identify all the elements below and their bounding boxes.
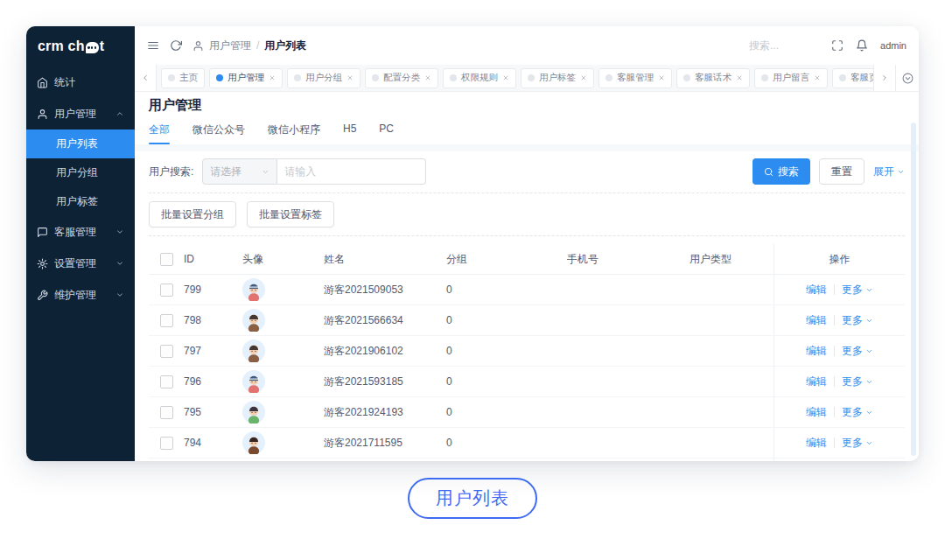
filter-tab[interactable]: PC xyxy=(379,122,394,144)
filter-tab[interactable]: H5 xyxy=(343,122,356,144)
cell-name: 游客2021711595 xyxy=(324,436,446,451)
global-search-input[interactable] xyxy=(747,38,819,52)
row-checkbox[interactable] xyxy=(160,345,173,358)
sidebar-subitem[interactable]: 用户标签 xyxy=(26,187,135,216)
user-icon xyxy=(37,108,48,120)
batch-button[interactable]: 批量设置标签 xyxy=(247,201,334,228)
tab-close-icon[interactable] xyxy=(502,74,509,81)
tab-status-dot xyxy=(450,74,457,81)
search-actions: 搜索 重置 展开 xyxy=(752,158,905,185)
topbar-right: admin xyxy=(747,38,906,52)
sidebar-item[interactable]: 客服管理 xyxy=(26,216,135,248)
sidebar-item-label: 客服管理 xyxy=(54,225,96,240)
sidebar-subitem[interactable]: 用户分组 xyxy=(26,158,135,187)
nav-tab[interactable]: 主页 xyxy=(161,68,205,88)
chevron-down-icon xyxy=(865,409,873,416)
tab-close-icon[interactable] xyxy=(580,74,587,81)
more-link[interactable]: 更多 xyxy=(842,313,873,328)
cell-name: 游客2021566634 xyxy=(324,313,446,328)
cell-group: 0 xyxy=(446,406,567,418)
search-type-select[interactable]: 请选择 xyxy=(202,158,277,185)
filter-tab[interactable]: 全部 xyxy=(149,122,170,144)
tab-close-icon[interactable] xyxy=(346,74,354,81)
row-checkbox[interactable] xyxy=(160,314,173,327)
tab-label: 权限规则 xyxy=(461,72,498,84)
nav-tab[interactable]: 客服话术 xyxy=(676,68,750,88)
notifications-bell-icon[interactable] xyxy=(856,39,868,52)
hamburger-icon[interactable] xyxy=(147,39,159,52)
chevron-down-icon xyxy=(865,317,873,325)
sidebar-item[interactable]: 用户管理 xyxy=(26,98,135,130)
logo-bubble-icon xyxy=(86,42,99,53)
tabs-options-button[interactable] xyxy=(895,65,919,91)
cell-id: 799 xyxy=(184,284,232,296)
nav-tab[interactable]: 用户留言 xyxy=(754,68,828,88)
table-row: 798游客20215666340编辑更多 xyxy=(149,305,905,336)
sidebar-item-label: 用户管理 xyxy=(54,107,96,122)
nav-tab[interactable]: 权限规则 xyxy=(443,68,516,88)
row-checkbox[interactable] xyxy=(160,406,173,419)
search-keyword-input[interactable] xyxy=(277,158,426,185)
more-link[interactable]: 更多 xyxy=(842,374,873,389)
page-background: crm cht 统计用户管理用户列表用户分组用户标签客服管理设置管理维护管理 用… xyxy=(0,0,945,560)
refresh-icon[interactable] xyxy=(170,39,182,52)
nav-tab[interactable]: 用户标签 xyxy=(521,68,594,88)
tab-close-icon[interactable] xyxy=(424,74,431,81)
reset-button[interactable]: 重置 xyxy=(819,158,864,185)
more-link[interactable]: 更多 xyxy=(842,405,873,420)
row-checkbox[interactable] xyxy=(160,437,173,450)
cell-id: 795 xyxy=(184,406,232,418)
tab-status-dot xyxy=(168,74,175,81)
nav-tab[interactable]: 配置分类 xyxy=(365,68,438,88)
filter-tab[interactable]: 微信小程序 xyxy=(268,122,320,144)
select-all-checkbox[interactable] xyxy=(160,253,173,266)
tab-close-icon[interactable] xyxy=(736,74,743,81)
search-button[interactable]: 搜索 xyxy=(752,158,810,185)
table-row: 796游客20215931850编辑更多 xyxy=(149,367,905,397)
user-menu[interactable]: admin xyxy=(880,40,906,51)
sidebar-subitem[interactable]: 用户列表 xyxy=(26,130,135,158)
tab-close-icon[interactable] xyxy=(814,74,821,81)
tabs-scroll-right-button[interactable] xyxy=(873,65,895,91)
expand-link[interactable]: 展开 xyxy=(873,164,905,179)
tab-close-icon[interactable] xyxy=(658,74,665,81)
tabs-scroll-left-button[interactable] xyxy=(135,65,157,91)
more-link[interactable]: 更多 xyxy=(842,344,873,359)
edit-link[interactable]: 编辑 xyxy=(806,374,827,389)
more-link[interactable]: 更多 xyxy=(842,436,873,451)
sidebar-item[interactable]: 统计 xyxy=(26,66,135,98)
breadcrumb-section[interactable]: 用户管理 xyxy=(209,38,251,53)
scrollbar[interactable] xyxy=(911,122,916,456)
nav-tab[interactable]: 客服管理 xyxy=(598,68,672,88)
row-checkbox[interactable] xyxy=(160,375,173,388)
cell-name: 游客2021593185 xyxy=(324,374,446,389)
gear-icon xyxy=(37,258,48,270)
sidebar-item[interactable]: 维护管理 xyxy=(26,279,135,311)
col-name: 姓名 xyxy=(324,252,446,267)
more-link[interactable]: 更多 xyxy=(842,283,873,298)
logo-text-suffix: t xyxy=(100,38,105,54)
edit-link[interactable]: 编辑 xyxy=(806,436,827,451)
nav-tab[interactable]: 用户分组 xyxy=(287,68,360,88)
nav-tab[interactable]: 用户管理 xyxy=(209,68,283,88)
edit-link[interactable]: 编辑 xyxy=(806,344,827,359)
action-separator xyxy=(834,407,835,417)
batch-button[interactable]: 批量设置分组 xyxy=(149,201,236,228)
users-table: ID 头像 姓名 分组 手机号 用户类型 操作 799游客20215090530… xyxy=(149,244,905,461)
fullscreen-icon[interactable] xyxy=(831,39,844,52)
row-checkbox[interactable] xyxy=(160,284,173,297)
filter-tab[interactable]: 微信公众号 xyxy=(192,122,245,144)
home-icon xyxy=(37,77,48,88)
nav-tab[interactable]: 客服页面广告 xyxy=(832,68,873,88)
edit-link[interactable]: 编辑 xyxy=(806,283,827,298)
tab-status-dot xyxy=(216,74,223,81)
chevron-down-icon xyxy=(116,259,124,268)
tab-close-icon[interactable] xyxy=(269,74,276,81)
edit-link[interactable]: 编辑 xyxy=(806,405,827,420)
cell-name: 游客2021509053 xyxy=(324,283,446,298)
col-type: 用户类型 xyxy=(690,252,774,267)
sidebar-item[interactable]: 设置管理 xyxy=(26,248,135,279)
edit-link[interactable]: 编辑 xyxy=(806,313,827,328)
tab-label: 配置分类 xyxy=(383,72,420,84)
tab-label: 主页 xyxy=(179,72,198,84)
